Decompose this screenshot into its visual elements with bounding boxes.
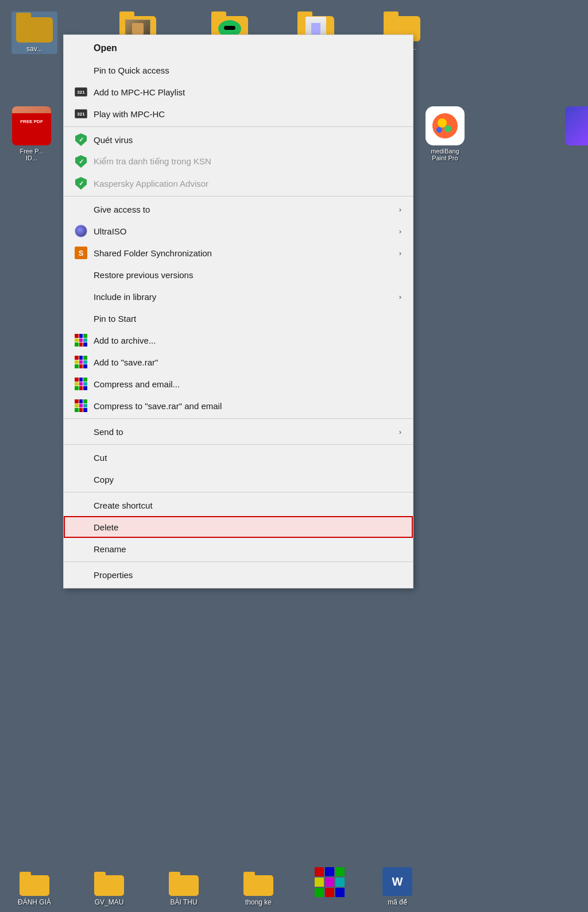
menu-item-rename[interactable]: Rename [64,538,413,560]
kaspersky-shield-icon2: ✓ [75,155,87,168]
bottom-icon-bai-thu[interactable]: BÀI THU [161,872,207,906]
menu-icon-shared-folder: S [73,246,89,260]
kaspersky-shield-icon1: ✓ [75,133,87,146]
bottom-label-thong-ke: thong ke [245,898,272,906]
menu-item-compress-saveRar-email[interactable]: Compress to "save.rar" and email [64,395,413,417]
winrar-icon1 [75,334,87,347]
menu-label-properties: Properties [94,570,401,580]
submenu-chevron-give-access: › [399,205,401,214]
bottom-icon-danh-gia[interactable]: ĐÁNH GIÁ [11,872,57,906]
menu-icon-restore-prev [73,268,89,282]
menu-label-kiem-tra: Kiểm tra danh tiếng trong KSN [94,156,401,167]
menu-icon-play-mpc: 321 [73,107,89,121]
menu-item-compress-email[interactable]: Compress and email... [64,373,413,395]
menu-icon-pin-quick [73,63,89,77]
submenu-chevron-include-library: › [399,293,401,301]
bottom-label-ma-de: mã đề [388,898,407,906]
menu-item-give-access[interactable]: Give access to › [64,198,413,220]
small-folder-icon4 [243,872,273,896]
menu-icon-mpc-playlist: 321 [73,85,89,99]
menu-item-mpc-playlist[interactable]: 321 Add to MPC-HC Playlist [64,81,413,103]
separator4 [64,444,413,445]
svg-point-3 [436,127,442,133]
menu-item-pin-quick[interactable]: Pin to Quick access [64,59,413,81]
desktop-icon-save-folder[interactable]: sav... [11,11,57,54]
submenu-chevron-shared-folder: › [399,249,401,257]
menu-label-delete: Delete [94,522,401,532]
small-folder-icon [20,872,49,896]
menu-item-add-saveRar[interactable]: Add to "save.rar" [64,351,413,373]
shared-folder-app-icon: S [75,247,87,259]
menu-item-open[interactable]: Open [64,37,413,59]
menu-label-compress-email: Compress and email... [94,379,401,389]
mpc-hc-icon: 321 [75,87,87,97]
menu-icon-add-saveRar [73,355,89,369]
menu-icon-add-archive [73,333,89,347]
menu-item-properties[interactable]: Properties [64,564,413,586]
menu-icon-quet-virus: ✓ [73,133,89,147]
menu-icon-delete [73,520,89,534]
menu-item-ultraiso[interactable]: UltraISO › [64,220,413,242]
bottom-taskbar: ĐÁNH GIÁ GV_MAU BÀI THU thong ke [0,867,588,906]
menu-item-create-shortcut[interactable]: Create shortcut [64,494,413,516]
menu-item-copy[interactable]: Copy [64,468,413,490]
menu-item-kaspersky-advisor[interactable]: ✓ Kaspersky Application Advisor [64,172,413,194]
menu-icon-send-to [73,425,89,438]
small-folder-icon2 [94,872,124,896]
bottom-label-gv-mau: GV_MAU [95,898,124,906]
separator2 [64,196,413,197]
desktop: sav... [0,0,588,912]
submenu-chevron-send-to: › [399,428,401,436]
bottom-label-bai-thu: BÀI THU [170,898,197,906]
menu-item-kiem-tra[interactable]: ✓ Kiểm tra danh tiếng trong KSN [64,151,413,172]
desktop-icon-medibang[interactable]: mediBangPaint Pro [419,106,471,161]
icon-label-freepdf: Free P...ID... [20,148,44,161]
winrar-bottom-icon [315,867,345,897]
separator5 [64,492,413,492]
separator6 [64,561,413,562]
menu-icon-properties [73,568,89,582]
menu-item-send-to[interactable]: Send to › [64,421,413,442]
menu-icon-create-shortcut [73,498,89,512]
menu-item-add-archive[interactable]: Add to archive... [64,329,413,351]
bottom-icon-winrar[interactable] [310,867,349,906]
menu-item-delete[interactable]: Delete [64,516,413,538]
menu-item-cut[interactable]: Cut [64,447,413,468]
menu-item-shared-folder[interactable]: S Shared Folder Synchronization › [64,242,413,264]
menu-label-open: Open [94,43,401,53]
submenu-chevron-ultraiso: › [399,227,401,236]
menu-label-mpc-playlist: Add to MPC-HC Playlist [94,87,401,97]
winrar-icon3 [75,378,87,390]
menu-item-include-library[interactable]: Include in library › [64,286,413,307]
menu-label-ultraiso: UltraISO [94,226,399,236]
bottom-icon-gv-mau[interactable]: GV_MAU [86,872,132,906]
desktop-icon-right-partial[interactable] [565,106,588,145]
menu-label-create-shortcut: Create shortcut [94,501,401,510]
menu-item-pin-start[interactable]: Pin to Start [64,307,413,329]
menu-icon-compress-saveRar-email [73,399,89,413]
menu-label-quet-virus: Quét virus [94,135,401,145]
menu-item-restore-prev[interactable]: Restore previous versions [64,264,413,286]
menu-label-send-to: Send to [94,427,399,437]
menu-icon-kaspersky-advisor: ✓ [73,176,89,190]
menu-icon-cut [73,451,89,464]
bottom-icon-word[interactable]: W mã đề [378,867,417,906]
menu-label-include-library: Include in library [94,292,399,302]
folder-icon [16,13,53,43]
winrar-icon2 [75,356,87,368]
menu-label-copy: Copy [94,475,401,484]
bottom-icon-thong-ke[interactable]: thong ke [235,872,281,906]
menu-icon-pin-start [73,311,89,325]
menu-icon-ultraiso [73,224,89,238]
icon-label: sav... [26,45,42,53]
menu-label-add-archive: Add to archive... [94,336,401,345]
menu-item-quet-virus[interactable]: ✓ Quét virus [64,129,413,151]
menu-icon-rename [73,542,89,556]
menu-item-play-mpc[interactable]: 321 Play with MPC-HC [64,103,413,125]
menu-label-rename: Rename [94,544,401,554]
bottom-label-danh-gia: ĐÁNH GIÁ [18,898,51,906]
svg-point-2 [444,125,451,132]
desktop-icon-freepdf[interactable]: FREE PDF Free P...ID... [6,106,57,161]
menu-icon-give-access [73,202,89,216]
icon-label-medibang: mediBangPaint Pro [431,148,459,161]
